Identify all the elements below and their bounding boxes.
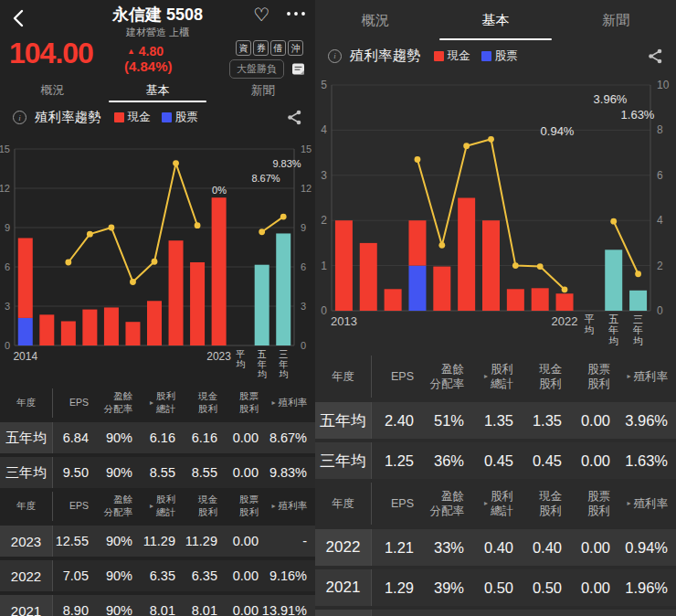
table-cell: 0.00 — [226, 595, 267, 616]
sort-arrow-icon: ▸ — [627, 372, 630, 381]
column-header-殖利率[interactable]: ▸殖利率 — [618, 356, 676, 398]
margin-badges: 資券借沖 — [236, 40, 303, 56]
table-cell: 0.45 — [522, 442, 570, 479]
table-cell: 7.05 — [53, 560, 97, 591]
yield-point — [635, 271, 641, 277]
left-axis-tick: 3 — [5, 301, 10, 312]
sort-arrow-icon: ▸ — [484, 372, 488, 381]
table-cell: 6.16 — [141, 422, 184, 453]
tab-news[interactable]: 新聞 — [555, 0, 676, 40]
yield-point — [280, 214, 287, 220]
table-cell: 0.45 — [472, 442, 522, 479]
favorite-heart-icon[interactable]: ♡ — [253, 4, 269, 26]
legend-stock[interactable]: 股票 — [481, 48, 518, 64]
bar-現金 — [482, 220, 500, 311]
column-header-股利總計[interactable]: ▸股利總計 — [141, 388, 184, 418]
x-axis-label: 均 — [584, 324, 594, 335]
x-axis-label: 三 — [633, 313, 643, 324]
x-axis-label: 均 — [279, 369, 288, 379]
margin-badge: 借 — [270, 40, 286, 56]
yield-trend-chart-left[interactable]: 00336699121215150%8.67%9.83%20142023平均五年… — [0, 133, 315, 379]
bar-現金 — [458, 198, 475, 312]
tab-overview[interactable]: 概況 — [0, 79, 105, 102]
sort-arrow-icon: ▸ — [150, 398, 153, 408]
tab-overview[interactable]: 概況 — [315, 0, 436, 40]
bar-現金 — [18, 238, 33, 317]
info-icon[interactable]: i — [13, 111, 26, 124]
table-cell: 9.16% — [267, 560, 315, 591]
yield-trend-chart-right[interactable]: 00122436485100.94%3.96%1.63%20132022平均五年… — [315, 71, 676, 352]
bar-現金 — [532, 288, 549, 311]
bar-現金 — [190, 262, 205, 345]
market-compare-button[interactable]: 大盤勝負 — [229, 59, 284, 79]
yield-point — [463, 143, 470, 149]
tab-news[interactable]: 新聞 — [210, 79, 315, 102]
bar-現金 — [39, 314, 54, 345]
bar-現金 — [125, 322, 140, 345]
up-arrow-icon: ▲ — [127, 47, 135, 56]
bar-均值 — [629, 291, 647, 311]
column-header-殖利率[interactable]: ▸殖利率 — [618, 483, 676, 525]
annotation: 9.83% — [272, 158, 301, 169]
table-cell: 8.01 — [141, 595, 184, 616]
table-cell: 11.29 — [184, 526, 226, 557]
sort-arrow-icon: ▸ — [150, 502, 153, 511]
column-header-股利總計[interactable]: ▸股利總計 — [141, 492, 184, 521]
legend-cash[interactable]: 現金 — [434, 48, 470, 64]
table-cell: 2.00% — [618, 610, 676, 616]
column-header-殖利率[interactable]: ▸殖利率 — [267, 388, 315, 418]
more-menu-icon[interactable] — [286, 11, 306, 16]
stock-detail-panel-right: 概況 基本 新聞 i 殖利率趨勢 現金 股票 00122436485100.94… — [315, 0, 676, 616]
stock-price: 104.00 — [9, 37, 93, 70]
right-axis-tick: 10 — [657, 79, 670, 91]
table-cell: 11.29 — [141, 526, 184, 557]
chart-header: i 殖利率趨勢 現金 股票 — [315, 40, 676, 71]
table-cell: -1.78 — [372, 610, 422, 616]
table-cell: 1.63% — [618, 442, 676, 479]
annotation: 3.96% — [594, 92, 628, 106]
column-header-盈餘分配率: 盈餘分配率 — [97, 388, 141, 418]
bar-現金 — [82, 310, 97, 345]
right-axis-tick: 8 — [657, 123, 663, 136]
table-header-row: 年度EPS盈餘分配率▸股利總計現金股利股票股利▸殖利率 — [0, 388, 315, 418]
yield-point — [438, 242, 445, 249]
right-axis-tick: 12 — [301, 183, 312, 194]
column-header-年度: 年度 — [0, 492, 53, 521]
table-cell: 36% — [422, 442, 472, 479]
yield-point — [109, 225, 115, 231]
table-row: 2020-1.78-28%0.500.500.002.00% — [315, 610, 676, 616]
yield-point — [259, 228, 265, 235]
tab-fundamentals[interactable]: 基本 — [105, 79, 210, 102]
column-header-股利總計[interactable]: ▸股利總計 — [472, 483, 522, 525]
x-axis-label: 三 — [279, 349, 288, 359]
yield-point — [195, 222, 201, 228]
x-axis-label: 均 — [608, 335, 618, 346]
column-header-盈餘分配率: 盈餘分配率 — [422, 356, 472, 398]
table-row: 20218.9090%8.018.010.0013.91% — [0, 595, 315, 616]
table-cell: 0.00 — [226, 526, 267, 557]
table-row: 20227.0590%6.356.350.009.16% — [0, 560, 315, 591]
yield-point — [65, 260, 71, 266]
memo-note-icon[interactable] — [291, 62, 306, 76]
x-axis-label: 2014 — [13, 350, 37, 363]
x-axis-label: 2023 — [206, 350, 231, 363]
row-label-cell: 2022 — [315, 529, 372, 566]
legend-cash[interactable]: 現金 — [114, 110, 151, 125]
margin-badge: 資 — [236, 40, 251, 56]
x-axis-label: 2022 — [552, 314, 578, 328]
table-cell: 8.01 — [184, 595, 226, 616]
share-icon[interactable] — [286, 109, 302, 126]
table-row: 五年均2.4051%1.351.350.003.96% — [315, 402, 676, 439]
column-header-年度: 年度 — [315, 483, 372, 525]
right-axis-tick: 2 — [657, 260, 663, 272]
margin-badge: 沖 — [288, 40, 303, 56]
legend-stock[interactable]: 股票 — [162, 110, 198, 125]
table-cell: 3.96% — [618, 402, 676, 439]
column-header-殖利率[interactable]: ▸殖利率 — [267, 492, 315, 521]
info-icon[interactable]: i — [328, 49, 342, 63]
annotation: 0% — [212, 185, 227, 196]
table-cell: 6.35 — [141, 560, 184, 591]
share-icon[interactable] — [647, 48, 663, 65]
tab-fundamentals[interactable]: 基本 — [436, 0, 556, 40]
column-header-股利總計[interactable]: ▸股利總計 — [472, 356, 522, 398]
